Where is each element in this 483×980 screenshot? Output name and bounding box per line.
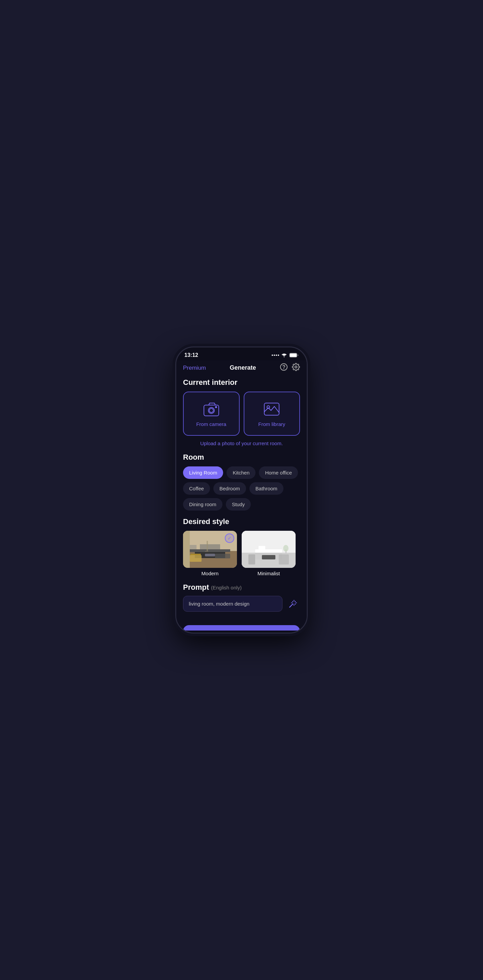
prompt-header: Prompt (English only) (183, 583, 300, 592)
desired-style-title: Desired style (183, 517, 300, 526)
from-library-button[interactable]: From library (244, 391, 300, 436)
svg-rect-30 (262, 555, 275, 559)
modern-label: Modern (183, 571, 237, 576)
status-bar: 13:12 (176, 347, 307, 360)
help-icon[interactable] (280, 363, 288, 373)
prompt-subtitle: (English only) (211, 585, 242, 590)
status-time: 13:12 (184, 352, 198, 358)
svg-rect-14 (190, 549, 230, 552)
premium-button[interactable]: Premium (183, 364, 206, 371)
battery-icon (289, 353, 299, 358)
chip-living-room[interactable]: Living Room (183, 466, 223, 479)
svg-point-3 (284, 369, 284, 369)
prompt-title: Prompt (183, 583, 209, 592)
room-chips: Living Room Kitchen Home office Coffee B… (183, 466, 300, 511)
minimalist-room-svg (242, 531, 296, 568)
chip-study[interactable]: Study (226, 498, 251, 511)
camera-icon (202, 400, 220, 418)
svg-rect-17 (190, 545, 196, 549)
chip-home-office[interactable]: Home office (259, 466, 298, 479)
chip-coffee[interactable]: Coffee (183, 482, 210, 495)
svg-rect-20 (215, 554, 230, 558)
library-icon (263, 400, 281, 418)
minimalist-image (242, 531, 296, 568)
settings-icon[interactable] (292, 363, 300, 373)
svg-rect-13 (183, 531, 190, 568)
upload-hint: Upload a photo of your current room. (183, 441, 300, 446)
signal-dot-4 (278, 355, 279, 356)
prompt-input-row (183, 596, 300, 612)
chip-bathroom[interactable]: Bathroom (249, 482, 284, 495)
phone-frame: 13:12 Premium Generate (175, 347, 308, 633)
svg-rect-18 (190, 555, 202, 562)
room-title: Room (183, 453, 300, 462)
room-section: Room Living Room Kitchen Home office Cof… (176, 453, 307, 517)
screen-content: Premium Generate (176, 360, 307, 630)
svg-rect-1 (290, 353, 297, 357)
signal-dots (272, 355, 279, 356)
style-selected-check: ✓ (225, 533, 234, 543)
app-header: Premium Generate (176, 360, 307, 378)
svg-point-4 (295, 366, 297, 368)
magic-wand-button[interactable] (286, 597, 300, 611)
prompt-input[interactable] (183, 596, 282, 612)
svg-rect-21 (205, 554, 215, 557)
svg-point-8 (215, 406, 217, 408)
modern-image: ✓ (183, 531, 237, 568)
svg-rect-27 (255, 549, 282, 553)
svg-rect-32 (279, 554, 289, 565)
page-title: Generate (230, 364, 256, 371)
style-card-minimalist[interactable]: Minimalist (242, 531, 296, 576)
desired-style-section: Desired style (176, 517, 307, 583)
svg-point-7 (209, 409, 214, 412)
from-camera-label: From camera (196, 421, 226, 427)
svg-rect-19 (190, 554, 201, 555)
generate-button[interactable]: Generate (183, 625, 300, 630)
chip-dining-room[interactable]: Dining room (183, 498, 222, 511)
from-camera-button[interactable]: From camera (183, 391, 240, 436)
header-icons (280, 363, 300, 373)
signal-dot-2 (274, 355, 275, 356)
svg-rect-16 (200, 544, 220, 549)
svg-rect-31 (249, 554, 255, 565)
current-interior-title: Current interior (183, 378, 300, 387)
svg-rect-23 (205, 551, 208, 552)
status-icons (272, 353, 299, 358)
minimalist-label: Minimalist (242, 571, 296, 576)
chip-bedroom[interactable]: Bedroom (214, 482, 246, 495)
upload-grid: From camera From library (183, 391, 300, 436)
prompt-section: Prompt (English only) (176, 583, 307, 617)
signal-dot-1 (272, 355, 273, 356)
current-interior-section: Current interior From camera (176, 378, 307, 453)
svg-rect-22 (207, 541, 208, 551)
style-scroll: ✓ Modern (183, 531, 300, 578)
svg-point-34 (283, 545, 289, 552)
svg-rect-28 (258, 546, 265, 549)
chip-kitchen[interactable]: Kitchen (226, 466, 255, 479)
wifi-icon (281, 353, 287, 358)
style-card-modern[interactable]: ✓ Modern (183, 531, 237, 576)
signal-dot-3 (276, 355, 277, 356)
from-library-label: From library (258, 421, 285, 427)
